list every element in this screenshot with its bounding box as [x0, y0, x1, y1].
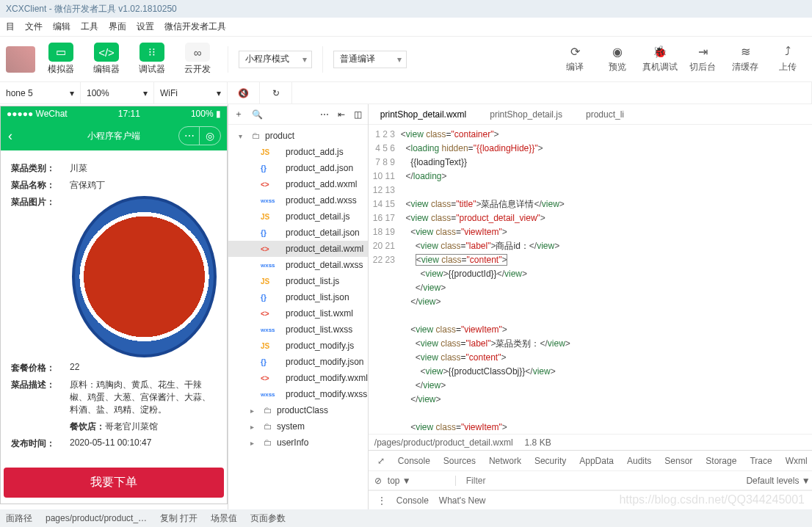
simulator-button[interactable]: ▭模拟器 — [41, 43, 81, 76]
file-item[interactable]: JSproduct_modify.js — [228, 338, 368, 354]
dish-category: 川菜 — [70, 162, 87, 175]
page-content: 菜品类别：川菜 菜品名称：宫保鸡丁 菜品图片： 套餐价格：22 菜品描述：原料：… — [1, 150, 227, 462]
avatar[interactable] — [6, 46, 35, 73]
menu-item[interactable]: 目 — [6, 21, 15, 33]
menu-item[interactable]: 微信开发者工具 — [164, 21, 226, 33]
menu-dots-icon[interactable]: ⋯ — [179, 127, 200, 145]
capsule[interactable]: ⋯◎ — [178, 126, 221, 145]
real-debug-button[interactable]: 🐞真机调试 — [642, 45, 678, 73]
editor-tab[interactable]: printShop_detail.wxml — [369, 104, 478, 124]
more-icon[interactable]: ⋯ — [320, 109, 329, 120]
device-select[interactable]: hone 5 — [6, 88, 33, 98]
status-bar: 面路径 pages/product/product_… 复制 打开 场景值 页面… — [0, 509, 812, 527]
menu-item[interactable]: 文件 — [25, 21, 43, 33]
file-item[interactable]: JSproduct_detail.js — [228, 208, 368, 225]
file-item[interactable]: {}product_detail.json — [228, 225, 368, 241]
phone-statusbar: ●●●●● WeChat17:11100% ▮ — [1, 106, 227, 121]
editor-button[interactable]: </>编辑器 — [87, 43, 126, 76]
file-item[interactable]: <>product_add.wxml — [228, 176, 368, 192]
file-tree: ▾🗀product JSproduct_add.js{}product_add.… — [228, 125, 368, 454]
background-button[interactable]: ⇥切后台 — [684, 45, 721, 73]
dish-shop: 哥老官川菜馆 — [105, 421, 158, 433]
drawer-tab[interactable]: Console — [396, 495, 429, 506]
phone-frame: ●●●●● WeChat17:11100% ▮ ‹ 小程序客户端 ⋯◎ 菜品类别… — [0, 106, 228, 504]
file-item[interactable]: JSproduct_add.js — [228, 144, 368, 160]
watermark: https://blog.csdn.net/QQ344245001 — [619, 493, 805, 506]
target-icon[interactable]: ◎ — [200, 127, 220, 145]
split-icon[interactable]: ◫ — [354, 109, 362, 120]
preview-button[interactable]: ◉预览 — [599, 45, 636, 73]
page-title: 小程序客户端 — [87, 130, 140, 142]
console-tab[interactable]: Security — [534, 456, 566, 466]
phone-navbar: ‹ 小程序客户端 ⋯◎ — [1, 121, 227, 150]
collapse-icon[interactable]: ⇤ — [338, 109, 345, 120]
file-path-bar: /pages/product/product_detail.wxml1.8 KB — [369, 434, 812, 450]
menu-item[interactable]: 设置 — [137, 21, 154, 33]
dish-name: 宫保鸡丁 — [70, 179, 105, 192]
console-tab[interactable]: Sources — [443, 456, 476, 466]
upload-button[interactable]: ⤴上传 — [769, 45, 806, 73]
levels-select[interactable]: Default levels ▼ — [746, 476, 810, 486]
clear-console-icon[interactable]: ⊘ — [374, 476, 382, 486]
file-item[interactable]: wxssproduct_list.wxss — [228, 321, 368, 338]
folder-productclass[interactable]: ▸🗀productClass — [228, 402, 368, 418]
cloud-button[interactable]: ∞云开发 — [178, 43, 217, 76]
file-item[interactable]: {}product_modify.json — [228, 354, 368, 370]
console-tab[interactable]: Wxml — [786, 456, 808, 466]
editor-panel: printShop_detail.wxml printShop_detail.j… — [369, 104, 812, 509]
console-tab[interactable]: Trace — [750, 456, 772, 466]
console-tab[interactable]: Audits — [627, 456, 651, 466]
menu-item[interactable]: 工具 — [81, 21, 98, 33]
order-button[interactable]: 我要下单 — [4, 468, 224, 498]
menu-bar: 目 文件 编辑 工具 界面 设置 微信开发者工具 — [0, 18, 812, 37]
simulator-panel: ●●●●● WeChat17:11100% ▮ ‹ 小程序客户端 ⋯◎ 菜品类别… — [0, 104, 228, 509]
console-tab[interactable]: Sensor — [664, 456, 692, 466]
search-icon[interactable]: 🔍 — [252, 109, 263, 120]
file-item[interactable]: <>product_modify.wxml — [228, 370, 368, 386]
dish-image — [72, 196, 217, 357]
zoom-select[interactable]: 100% — [87, 88, 109, 98]
compile-button[interactable]: ⟳编译 — [557, 45, 593, 73]
file-item[interactable]: <>product_detail.wxml — [228, 241, 368, 257]
file-item[interactable]: JSproduct_list.js — [228, 273, 368, 289]
rotate-icon[interactable]: ↻ — [272, 88, 280, 98]
code-editor[interactable]: 1 2 3 4 5 6 7 8 9 10 11 12 13 14 15 16 1… — [369, 125, 812, 434]
file-item[interactable]: {}product_list.json — [228, 289, 368, 305]
drawer-tab[interactable]: What's New — [439, 495, 486, 506]
back-icon[interactable]: ‹ — [8, 128, 12, 144]
folder-system[interactable]: ▸🗀system — [228, 418, 368, 435]
file-item[interactable]: wxssproduct_detail.wxss — [228, 257, 368, 273]
file-tree-panel: ＋ 🔍 ⋯ ⇤ ◫ ▾🗀product JSproduct_add.js{}pr… — [228, 104, 369, 509]
copy-open-link[interactable]: 复制 打开 — [160, 512, 197, 525]
add-file-icon[interactable]: ＋ — [234, 108, 243, 120]
file-item[interactable]: wxssproduct_modify.wxss — [228, 386, 368, 402]
clear-cache-button[interactable]: ≋清缓存 — [727, 45, 764, 73]
dish-price: 22 — [70, 362, 79, 374]
mute-icon[interactable]: 🔇 — [238, 88, 249, 98]
console-tab[interactable]: AppData — [579, 456, 614, 466]
compile-select[interactable]: 普通编译 — [333, 51, 407, 68]
mode-select[interactable]: 小程序模式 — [239, 51, 312, 68]
network-select[interactable]: WiFi — [160, 88, 178, 98]
file-item[interactable]: {}product_add.json — [228, 160, 368, 176]
folder-userinfo[interactable]: ▸🗀userInfo — [228, 435, 368, 451]
console-tab[interactable]: Storage — [706, 456, 736, 466]
debugger-button[interactable]: ⁝⁝调试器 — [132, 43, 172, 76]
window-title: XCXClient - 微信开发者工具 v1.02.1810250 — [0, 0, 812, 18]
file-item[interactable]: wxssproduct_add.wxss — [228, 192, 368, 208]
publish-time: 2020-05-11 00:10:47 — [70, 437, 151, 450]
filter-input[interactable] — [462, 473, 741, 489]
editor-tab[interactable]: product_li — [574, 104, 636, 124]
menu-item[interactable]: 界面 — [109, 21, 126, 33]
console-tab[interactable]: Network — [489, 456, 521, 466]
toolbar: ▭模拟器 </>编辑器 ⁝⁝调试器 ∞云开发 小程序模式 普通编译 ⟳编译 ◉预… — [0, 37, 812, 82]
folder-product[interactable]: ▾🗀product — [228, 128, 368, 144]
file-item[interactable]: <>product_list.wxml — [228, 305, 368, 321]
editor-tab[interactable]: printShop_detail.js — [478, 104, 574, 124]
drawer-icon[interactable]: ⋮ — [377, 495, 386, 506]
console-tab[interactable]: Console — [398, 456, 430, 466]
menu-item[interactable]: 编辑 — [53, 21, 70, 33]
context-select[interactable]: top ▼ — [388, 476, 456, 486]
editor-tabs: printShop_detail.wxml printShop_detail.j… — [369, 104, 812, 125]
console-expand-icon[interactable]: ⤢ — [377, 456, 385, 466]
